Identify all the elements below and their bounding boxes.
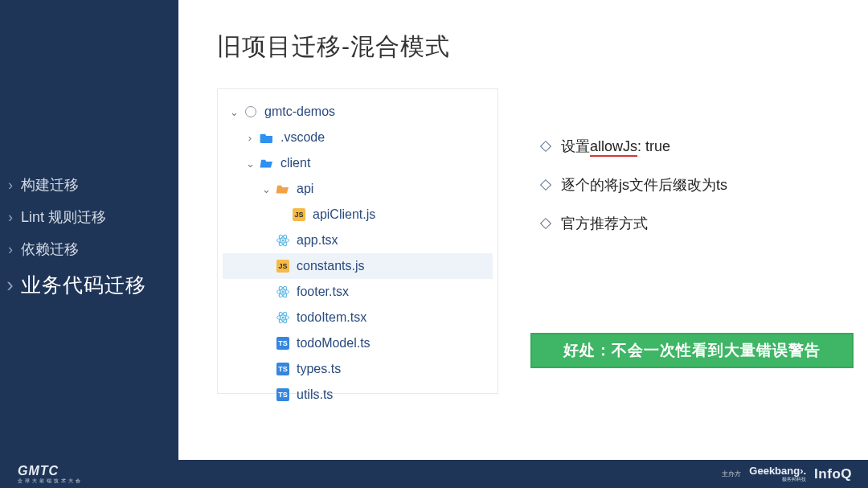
bullet-item: 逐个的将js文件后缀改为ts	[542, 175, 847, 195]
nav-item-lint[interactable]: › Lint 规则迁移	[0, 201, 178, 233]
nav-label: 业务代码迁移	[21, 272, 146, 298]
tree-item-footer[interactable]: footer.tsx	[223, 279, 493, 305]
footer-right: 主办方 Geekbang›. 极客邦科技 InfoQ	[722, 465, 852, 483]
gmtc-logo: GMTC 全球大前端技术大会	[18, 464, 83, 485]
tree-item-todoitem[interactable]: todoItem.tsx	[223, 305, 493, 330]
tree-label: client	[280, 156, 310, 170]
diamond-icon	[540, 141, 551, 152]
chevron-right-icon: ›	[244, 132, 256, 144]
main-content: 旧项目迁移-混合模式 ⌄ gmtc-demos › .vscode ⌄	[178, 0, 868, 460]
nav-item-build[interactable]: › 构建迁移	[0, 169, 178, 201]
tree-label: utils.ts	[297, 388, 333, 402]
tree-item-todomodel[interactable]: TS todoModel.ts	[223, 330, 493, 356]
chevron-right-icon: ›	[5, 273, 16, 297]
ts-file-icon: TS	[276, 388, 290, 402]
react-file-icon	[276, 233, 290, 248]
tree-item-api[interactable]: ⌄ api	[223, 176, 493, 202]
tree-label: apiClient.js	[313, 207, 375, 222]
folder-open-icon	[260, 156, 274, 170]
tree-label: todoModel.ts	[297, 336, 371, 351]
tree-item-utils[interactable]: TS utils.ts	[223, 382, 493, 408]
sidebar: › 构建迁移 › Lint 规则迁移 › 依赖迁移 › 业务代码迁移	[0, 0, 178, 488]
tree-item-constants[interactable]: JS constants.js	[223, 253, 493, 279]
bullet-text: 逐个的将js文件后缀改为ts	[561, 175, 727, 195]
diamond-icon	[540, 179, 551, 191]
react-file-icon	[276, 285, 290, 299]
bullet-item: 设置allowJs: true	[542, 137, 847, 156]
tree-item-client[interactable]: ⌄ client	[223, 150, 493, 176]
geekbang-logo: Geekbang›. 极客邦科技	[749, 465, 806, 483]
bullet-item: 官方推荐方式	[542, 214, 847, 233]
tree-label: .vscode	[280, 130, 325, 145]
svg-point-8	[282, 317, 285, 319]
nav-label: 构建迁移	[21, 175, 79, 195]
tree-label: footer.tsx	[297, 285, 349, 299]
file-tree-panel: ⌄ gmtc-demos › .vscode ⌄ client	[217, 88, 498, 394]
infoq-logo: InfoQ	[814, 466, 852, 482]
slide: › 构建迁移 › Lint 规则迁移 › 依赖迁移 › 业务代码迁移 旧项目迁移…	[0, 0, 868, 488]
tree-item-app[interactable]: app.tsx	[223, 228, 493, 253]
react-file-icon	[276, 310, 290, 325]
tree-label: todoItem.tsx	[297, 310, 366, 325]
nav-list: › 构建迁移 › Lint 规则迁移 › 依赖迁移 › 业务代码迁移	[0, 169, 178, 305]
ts-file-icon: TS	[276, 336, 290, 351]
nav-label: 依赖迁移	[21, 240, 79, 259]
chevron-down-icon: ⌄	[244, 158, 256, 170]
diamond-icon	[540, 218, 551, 229]
chevron-right-icon: ›	[5, 241, 16, 258]
svg-point-4	[282, 291, 285, 293]
tree-label: api	[297, 182, 313, 196]
callout-text: 好处：不会一次性看到大量错误警告	[563, 340, 821, 361]
nav-item-deps[interactable]: › 依赖迁移	[0, 233, 178, 265]
tree-label: gmtc-demos	[264, 105, 335, 119]
tree-item-apiclient[interactable]: JS apiClient.js	[223, 202, 493, 228]
nav-item-business[interactable]: › 业务代码迁移	[0, 265, 178, 305]
tree-item-vscode[interactable]: › .vscode	[223, 125, 493, 150]
host-label: 主办方	[722, 470, 741, 478]
js-file-icon: JS	[292, 207, 306, 222]
chevron-right-icon: ›	[5, 177, 16, 194]
bullet-text: 设置allowJs: true	[561, 137, 670, 156]
slide-title: 旧项目迁移-混合模式	[217, 31, 450, 64]
callout-box: 好处：不会一次性看到大量错误警告	[530, 333, 854, 368]
tree-root[interactable]: ⌄ gmtc-demos	[223, 99, 493, 125]
js-file-icon: JS	[276, 259, 290, 273]
tree-item-types[interactable]: TS types.ts	[223, 356, 493, 382]
file-tree: ⌄ gmtc-demos › .vscode ⌄ client	[218, 89, 497, 420]
tree-label: app.tsx	[297, 233, 338, 248]
bullet-list: 设置allowJs: true 逐个的将js文件后缀改为ts 官方推荐方式	[542, 137, 847, 252]
folder-icon	[260, 130, 274, 145]
circle-icon	[244, 105, 258, 119]
folder-open-icon	[276, 182, 290, 196]
footer-bar: GMTC 全球大前端技术大会 主办方 Geekbang›. 极客邦科技 Info…	[0, 460, 868, 488]
chevron-down-icon: ⌄	[227, 106, 240, 118]
ts-file-icon: TS	[276, 362, 290, 376]
tree-label: constants.js	[297, 259, 364, 273]
bullet-text: 官方推荐方式	[561, 214, 648, 233]
tree-label: types.ts	[297, 362, 341, 376]
nav-label: Lint 规则迁移	[21, 207, 106, 227]
chevron-down-icon: ⌄	[260, 183, 272, 195]
chevron-right-icon: ›	[5, 209, 16, 226]
svg-point-0	[282, 240, 285, 242]
